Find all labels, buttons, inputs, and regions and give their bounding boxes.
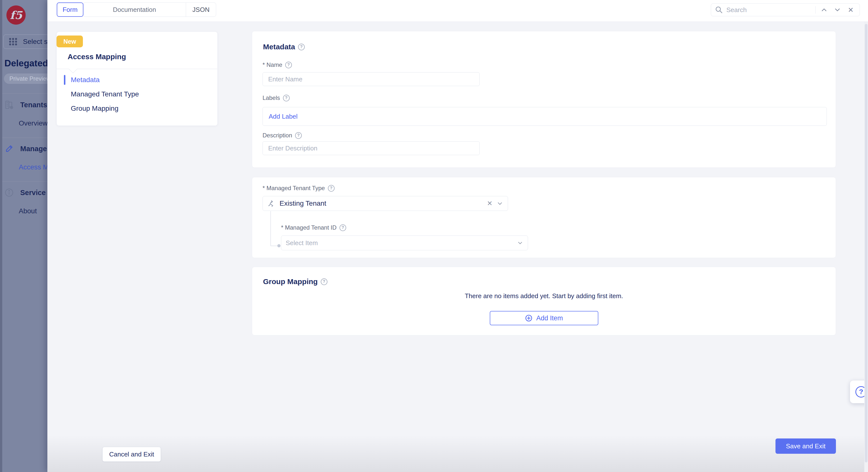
- add-item-label: Add Item: [536, 314, 563, 322]
- managed-tenant-id-select[interactable]: Select Item: [281, 235, 528, 250]
- wizard-nav-group-mapping[interactable]: Group Mapping: [57, 101, 217, 116]
- plus-circle-icon: [525, 314, 533, 322]
- tab-json[interactable]: JSON: [186, 3, 216, 17]
- managed-tenant-type-select[interactable]: Existing Tenant ✕: [262, 196, 508, 211]
- scrollbar-track[interactable]: [864, 22, 868, 472]
- help-icon[interactable]: ?: [321, 278, 328, 285]
- sidebar-item-service[interactable]: Service: [4, 187, 45, 198]
- field-label-text: * Managed Tenant Type: [262, 185, 325, 192]
- managed-tenant-type-value: Existing Tenant: [280, 199, 483, 208]
- search-icon: [715, 6, 723, 14]
- wizard-divider: [57, 69, 217, 69]
- sidebar-item-manage[interactable]: Manage: [4, 144, 47, 154]
- access-mapping-panel: Form Documentation JSON: [48, 0, 868, 472]
- new-badge: New: [57, 35, 83, 48]
- tab-group: Documentation JSON: [83, 2, 216, 17]
- save-and-exit-button[interactable]: Save and Exit: [775, 438, 836, 454]
- search-input[interactable]: [726, 6, 812, 14]
- search-next-button[interactable]: [833, 5, 842, 15]
- f5-logo-text: f5: [10, 9, 22, 22]
- add-label-link[interactable]: Add Label: [269, 113, 298, 120]
- add-item-button[interactable]: Add Item: [490, 311, 598, 325]
- search-prev-button[interactable]: [819, 5, 829, 15]
- field-label-text: * Name: [262, 61, 282, 68]
- wizard-title: Access Mapping: [68, 53, 126, 61]
- sidebar-item-label: Service: [20, 189, 45, 197]
- help-icon[interactable]: ?: [295, 132, 302, 139]
- chevron-down-icon: [834, 6, 841, 13]
- sidebar-item-tenants[interactable]: Tenants: [4, 100, 47, 110]
- sidebar-item-about[interactable]: About: [19, 207, 37, 215]
- field-label-text: * Managed Tenant ID: [281, 224, 337, 231]
- help-icon[interactable]: ?: [283, 95, 290, 101]
- managed-tenant-id-label: * Managed Tenant ID ?: [281, 224, 346, 231]
- managed-tenant-type-section: * Managed Tenant Type ? Existing Tenant …: [252, 177, 836, 258]
- search-divider: [815, 6, 816, 13]
- nested-connector-line: [271, 211, 271, 246]
- window-edge: [0, 0, 2, 472]
- sidebar-divider: [0, 137, 48, 138]
- wizard-nav-card: New Access Mapping Metadata Managed Tena…: [57, 32, 218, 126]
- chevron-down-icon[interactable]: [496, 200, 503, 207]
- wizard-nav: Metadata Managed Tenant Type Group Mappi…: [57, 73, 217, 116]
- labels-field-label: Labels ?: [262, 94, 290, 101]
- tab-form[interactable]: Form: [57, 2, 83, 17]
- sidebar-item-access-mapping[interactable]: Access M: [19, 163, 48, 171]
- section-title-text: Group Mapping: [263, 277, 318, 286]
- sidebar-item-label: Tenants: [20, 101, 47, 109]
- metadata-section: Metadata ? * Name ? Labels ? Add Label D…: [252, 31, 836, 168]
- f5-logo: f5: [6, 5, 26, 25]
- group-mapping-empty-text: There are no items added yet. Start by a…: [252, 292, 836, 300]
- sidebar-item-label: Manage: [20, 145, 47, 153]
- cancel-and-exit-button[interactable]: Cancel and Exit: [102, 447, 161, 462]
- wizard-nav-managed-tenant-type[interactable]: Managed Tenant Type: [57, 87, 217, 101]
- wizard-nav-metadata[interactable]: Metadata: [57, 73, 217, 87]
- private-preview-badge: Private Preview: [4, 73, 48, 84]
- select-service-button[interactable]: Select se: [3, 34, 48, 49]
- search-box: ✕: [711, 3, 860, 16]
- sidebar-divider: [0, 181, 48, 182]
- search-close-button[interactable]: ✕: [846, 5, 856, 15]
- app-grid-icon: [9, 37, 18, 46]
- help-icon[interactable]: ?: [298, 44, 305, 50]
- sidebar-item-overview[interactable]: Overview: [19, 119, 48, 127]
- help-icon[interactable]: ?: [285, 62, 292, 68]
- sidebar-page-title: Delegated: [4, 58, 48, 68]
- metadata-section-title: Metadata ?: [263, 43, 305, 51]
- name-input[interactable]: [262, 72, 479, 86]
- collapse-chevron-icon[interactable]: [69, 65, 77, 73]
- chevron-up-icon: [820, 6, 828, 13]
- help-icon[interactable]: ?: [328, 185, 335, 192]
- description-input[interactable]: [262, 141, 479, 155]
- info-circle-icon: [4, 187, 14, 198]
- name-field-label: * Name ?: [262, 61, 292, 68]
- branch-select-icon: [267, 199, 276, 208]
- close-icon: ✕: [848, 6, 854, 14]
- footer-gradient: [48, 435, 868, 472]
- group-mapping-section-title: Group Mapping ?: [263, 277, 328, 286]
- field-label-text: Description: [262, 132, 292, 139]
- section-title-text: Metadata: [263, 43, 295, 51]
- pencil-icon: [4, 144, 14, 154]
- managed-tenant-id-placeholder: Select Item: [286, 239, 513, 247]
- help-icon[interactable]: ?: [340, 224, 346, 231]
- panel-topbar: Form Documentation JSON: [48, 0, 868, 22]
- nested-connector-dot: [277, 244, 281, 247]
- chevron-down-icon[interactable]: [517, 240, 523, 246]
- sidebar: f5 Select se Delegated Private Preview: [0, 0, 48, 472]
- select-service-label: Select se: [23, 38, 48, 45]
- description-field-label: Description ?: [262, 132, 302, 139]
- labels-box: Add Label: [262, 107, 827, 126]
- app-window: f5 Select se Delegated Private Preview: [0, 0, 868, 472]
- scrollbar-thumb[interactable]: [865, 24, 868, 462]
- tab-documentation[interactable]: Documentation: [83, 3, 186, 17]
- clear-selection-icon[interactable]: ✕: [487, 200, 493, 207]
- group-mapping-section: Group Mapping ? There are no items added…: [252, 267, 836, 335]
- buildings-gear-icon: [4, 100, 14, 110]
- field-label-text: Labels: [262, 94, 280, 101]
- managed-tenant-type-label: * Managed Tenant Type ?: [262, 185, 335, 192]
